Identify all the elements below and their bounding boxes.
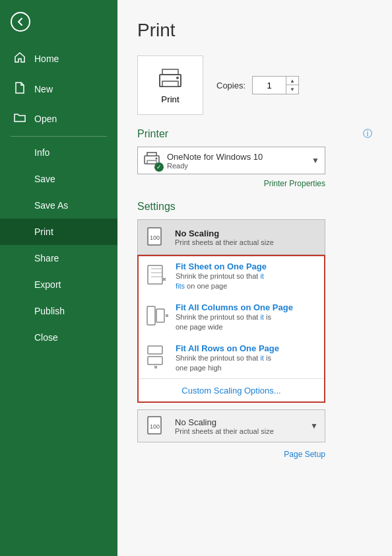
svg-rect-8	[148, 265, 162, 284]
custom-scaling-link[interactable]: Custom Scaling Options...	[181, 386, 280, 396]
fit-rows-text: Fit All Rows on One Page Shrink the prin…	[176, 343, 279, 374]
fit-columns-icon	[145, 302, 169, 331]
fit-columns-text: Fit All Columns on One Page Shrink the p…	[176, 302, 293, 333]
sidebar-divider	[11, 136, 107, 137]
bottom-scaling-title: No Scaling	[175, 417, 274, 427]
sidebar-item-label: Info	[13, 147, 49, 158]
new-icon	[13, 82, 26, 96]
svg-point-2	[176, 77, 179, 79]
sidebar-item-label: Save As	[13, 200, 68, 211]
back-icon	[11, 12, 30, 32]
printer-section: Printer ⓘ ✓ OneNote for Windows 10 Ready…	[137, 128, 372, 189]
settings-section-header: Settings	[137, 201, 372, 213]
sidebar-item-print[interactable]: Print	[0, 219, 117, 245]
page-setup-area: Page Setup	[137, 448, 325, 460]
sidebar-item-share[interactable]: Share	[0, 245, 117, 271]
printer-icon-area: ✓	[143, 151, 162, 170]
print-button[interactable]: Print	[137, 55, 203, 115]
sidebar-item-home[interactable]: Home	[0, 44, 117, 74]
fit-columns-title: Fit All Columns on One Page	[176, 302, 293, 312]
sidebar-item-save[interactable]: Save	[0, 166, 117, 192]
printer-properties-link[interactable]: Printer Properties	[264, 179, 325, 188]
main-content: Print Print Copies: ▲ ▼ Printer	[117, 0, 392, 556]
sidebar-item-label: New	[34, 84, 53, 94]
printer-dropdown[interactable]: ✓ OneNote for Windows 10 Ready ▼	[137, 147, 325, 174]
settings-section: Settings 100 No Scaling Print sheets at …	[137, 201, 372, 460]
sidebar-item-label: Export	[13, 279, 61, 290]
spinner-controls: ▲ ▼	[286, 77, 298, 94]
sidebar-item-label: Home	[34, 53, 59, 64]
fit-sheet-text: Fit Sheet on One Page Shrink the printou…	[176, 261, 267, 292]
svg-text:100: 100	[150, 423, 160, 430]
info-icon[interactable]: ⓘ	[363, 128, 372, 140]
sidebar-item-label: Print	[13, 226, 53, 237]
printer-section-header: Printer	[137, 128, 372, 140]
copies-label: Copies:	[216, 81, 245, 90]
fit-sheet-option[interactable]: Fit Sheet on One Page Shrink the printou…	[139, 256, 324, 297]
fit-columns-desc: Shrink the printout so that it is one pa…	[176, 312, 293, 333]
fit-rows-icon	[145, 343, 169, 372]
svg-rect-12	[148, 357, 162, 365]
sidebar-item-label: Publish	[13, 306, 65, 316]
bottom-scaling-arrow: ▼	[310, 421, 318, 431]
copies-increment[interactable]: ▲	[286, 77, 298, 85]
scaling-options-panel: Fit Sheet on One Page Shrink the printou…	[137, 255, 325, 403]
open-icon	[13, 112, 26, 125]
page-title: Print	[137, 20, 372, 41]
fit-sheet-icon	[145, 261, 169, 291]
sidebar-item-label: Share	[13, 253, 59, 263]
sidebar-item-label: Open	[34, 114, 57, 124]
custom-scaling-area: Custom Scaling Options...	[139, 378, 324, 401]
scaling-dropdown: 100 No Scaling Print sheets at their act…	[137, 219, 325, 255]
copies-spinner: ▲ ▼	[252, 76, 299, 94]
scaling-selected-item[interactable]: 100 No Scaling Print sheets at their act…	[138, 220, 325, 254]
svg-rect-10	[156, 309, 164, 322]
no-scaling-icon: 100	[145, 225, 168, 249]
sidebar-item-label: Save	[13, 174, 55, 184]
sidebar-item-close[interactable]: Close	[0, 324, 117, 351]
scaling-title: No Scaling	[175, 228, 274, 238]
home-icon	[13, 52, 26, 66]
printer-dropdown-arrow: ▼	[311, 156, 319, 165]
fit-rows-desc: Shrink the printout so that it is one pa…	[176, 353, 279, 374]
printer-icon	[156, 67, 185, 90]
bottom-scaling-text: No Scaling Print sheets at their actual …	[175, 417, 274, 435]
bottom-scaling-icon: 100	[145, 414, 168, 438]
sidebar-item-info[interactable]: Info	[0, 139, 117, 166]
svg-rect-11	[148, 346, 162, 354]
printer-properties-area: Printer Properties	[137, 177, 325, 189]
sidebar-item-publish[interactable]: Publish	[0, 298, 117, 324]
printer-name: OneNote for Windows 10	[167, 152, 306, 162]
printer-info: OneNote for Windows 10 Ready	[167, 152, 306, 170]
sidebar-item-new[interactable]: New	[0, 74, 117, 104]
back-button[interactable]	[0, 0, 117, 44]
scaling-selected-text: No Scaling Print sheets at their actual …	[175, 228, 274, 246]
fit-rows-title: Fit All Rows on One Page	[176, 343, 279, 353]
copies-input[interactable]	[253, 77, 286, 94]
bottom-scaling-selector[interactable]: 100 No Scaling Print sheets at their act…	[137, 409, 325, 442]
copies-decrement[interactable]: ▼	[286, 85, 298, 94]
sidebar: Home New Open Info Save Save As Print	[0, 0, 117, 556]
bottom-scaling-desc: Print sheets at their actual size	[175, 427, 274, 435]
print-action-area: Print Copies: ▲ ▼	[137, 55, 372, 115]
copies-area: Copies: ▲ ▼	[216, 76, 299, 94]
sidebar-item-export[interactable]: Export	[0, 271, 117, 298]
svg-text:100: 100	[150, 234, 160, 241]
sidebar-item-open[interactable]: Open	[0, 104, 117, 133]
svg-rect-1	[162, 81, 178, 87]
svg-rect-9	[147, 306, 155, 325]
print-button-label: Print	[161, 94, 179, 104]
fit-columns-option[interactable]: Fit All Columns on One Page Shrink the p…	[139, 297, 324, 338]
printer-status: Ready	[167, 162, 306, 170]
fit-sheet-desc: Shrink the printout so that it fits on o…	[176, 271, 267, 292]
page-setup-link[interactable]: Page Setup	[284, 450, 325, 459]
sidebar-item-label: Close	[13, 332, 58, 343]
fit-sheet-title: Fit Sheet on One Page	[176, 261, 267, 271]
fit-rows-option[interactable]: Fit All Rows on One Page Shrink the prin…	[139, 338, 324, 379]
printer-ready-check: ✓	[154, 162, 164, 172]
scaling-desc: Print sheets at their actual size	[175, 238, 274, 246]
svg-point-5	[156, 158, 158, 160]
sidebar-item-save-as[interactable]: Save As	[0, 192, 117, 219]
